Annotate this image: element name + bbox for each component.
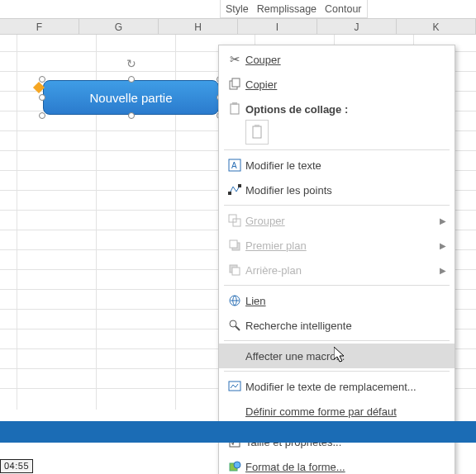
menu-cut[interactable]: ✂ Couper <box>219 47 455 72</box>
scissors-icon: ✂ <box>224 50 245 69</box>
paste-gallery-item[interactable] <box>245 120 269 145</box>
svg-rect-15 <box>232 268 240 275</box>
menu-alt-text[interactable]: Modifier le texte de remplacement... <box>219 374 455 399</box>
column-header[interactable]: J <box>317 19 397 34</box>
menu-group: Grouper ▶ <box>219 208 455 233</box>
column-header[interactable]: F <box>0 19 79 34</box>
menu-bring-front: Premier plan ▶ <box>219 233 455 258</box>
status-bar <box>0 421 476 443</box>
search-icon <box>224 316 245 334</box>
menu-paste-options: Options de collage : <box>219 97 455 121</box>
svg-text:A: A <box>231 161 237 170</box>
menu-send-back: Arrière-plan ▶ <box>219 258 455 282</box>
svg-rect-2 <box>231 104 239 114</box>
menu-edit-points[interactable]: Modifier les points <box>219 178 455 202</box>
menu-separator <box>224 340 450 341</box>
svg-rect-5 <box>255 125 259 127</box>
blank-icon <box>224 347 245 365</box>
svg-point-17 <box>230 320 236 327</box>
svg-rect-9 <box>238 184 241 187</box>
resize-handle[interactable] <box>39 112 45 119</box>
mini-fill-button[interactable]: Remplissage <box>257 3 317 15</box>
link-icon <box>224 292 245 310</box>
context-menu: ✂ Couper Copier Options de collage : A M… <box>218 45 455 474</box>
menu-separator <box>224 371 450 372</box>
resize-handle[interactable] <box>39 94 45 101</box>
menu-copy[interactable]: Copier <box>219 72 455 97</box>
mini-outline-button[interactable]: Contour <box>325 3 361 15</box>
edit-points-icon <box>224 181 245 199</box>
svg-rect-13 <box>230 240 237 248</box>
column-header[interactable]: I <box>238 19 317 34</box>
video-timestamp: 04:55 <box>0 459 33 473</box>
column-header-row: F G H I J K <box>0 18 476 35</box>
mini-style-button[interactable]: Style <box>226 3 249 15</box>
menu-edit-text[interactable]: A Modifier le texte <box>219 153 455 178</box>
clipboard-icon <box>224 100 245 118</box>
menu-smart-lookup[interactable]: Recherche intelligente <box>219 313 455 338</box>
menu-separator <box>224 285 450 286</box>
shape-text: Nouvelle partie <box>89 91 172 105</box>
alt-text-icon <box>224 377 245 396</box>
copy-icon <box>224 75 245 93</box>
column-header[interactable]: H <box>159 19 238 34</box>
svg-line-18 <box>236 326 240 330</box>
menu-separator <box>224 149 450 150</box>
svg-rect-3 <box>232 102 237 105</box>
submenu-arrow-icon: ▶ <box>440 266 446 275</box>
shape-mini-toolbar: Style Remplissage Contour <box>220 0 368 18</box>
shape-button[interactable]: Nouvelle partie <box>43 80 219 115</box>
selected-shape[interactable]: ↻ Nouvelle partie <box>43 80 219 115</box>
svg-rect-8 <box>228 192 231 195</box>
resize-handle[interactable] <box>39 76 45 83</box>
column-header[interactable]: G <box>79 19 159 34</box>
edit-text-icon: A <box>224 156 245 174</box>
submenu-arrow-icon: ▶ <box>440 241 446 250</box>
rotate-handle-icon[interactable]: ↻ <box>126 59 136 69</box>
column-header[interactable]: K <box>397 19 476 34</box>
svg-rect-4 <box>253 126 261 138</box>
menu-separator <box>224 205 450 206</box>
menu-link[interactable]: Lien <box>219 288 455 313</box>
bring-front-icon <box>224 236 245 254</box>
resize-handle[interactable] <box>128 76 135 83</box>
submenu-arrow-icon: ▶ <box>440 216 446 225</box>
video-timestamp-area: 04:55 <box>0 459 476 474</box>
group-icon <box>224 211 245 230</box>
menu-set-default[interactable]: Définir comme forme par défaut <box>219 399 455 424</box>
send-back-icon <box>224 261 245 279</box>
blank-icon <box>224 402 245 420</box>
svg-rect-1 <box>232 78 240 87</box>
menu-assign-macro[interactable]: Affecter une macro... <box>219 344 455 368</box>
resize-handle[interactable] <box>128 112 135 119</box>
